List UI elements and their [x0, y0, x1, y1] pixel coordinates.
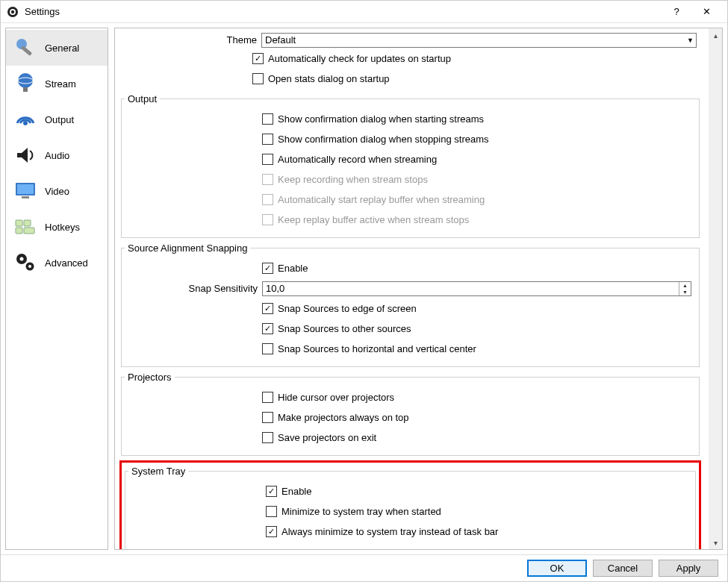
snap-sensitivity-value: 10,0 [263, 283, 679, 294]
keep-recording-checkbox [262, 174, 273, 185]
sidebar-item-general[interactable]: General [6, 30, 108, 66]
auto-replay-checkbox [262, 194, 273, 205]
tray-always-minimize-checkbox[interactable]: ✓ [266, 526, 277, 537]
settings-sidebar: General Stream Output Audio Video [5, 28, 108, 550]
spin-up-icon[interactable]: ▲ [679, 282, 691, 289]
hide-cursor-checkbox[interactable] [262, 392, 273, 403]
svg-rect-4 [21, 46, 32, 56]
sidebar-item-label: Stream [45, 78, 76, 90]
sidebar-item-label: Audio [45, 150, 69, 161]
sidebar-item-audio[interactable]: Audio [6, 137, 108, 173]
svg-rect-10 [17, 184, 34, 194]
confirm-start-label: Show confirmation dialog when starting s… [278, 113, 484, 125]
sidebar-item-label: Advanced [45, 257, 88, 269]
sidebar-item-label: Output [45, 114, 74, 125]
auto-record-label: Automatically record when streaming [278, 154, 437, 165]
keep-recording-label: Keep recording when stream stops [278, 174, 428, 185]
speaker-icon [10, 140, 40, 170]
keep-replay-label: Keep replay buffer active when stream st… [278, 214, 469, 225]
open-stats-label: Open stats dialog on startup [268, 73, 390, 84]
snap-enable-checkbox[interactable]: ✓ [262, 263, 273, 274]
snap-sensitivity-input[interactable]: 10,0 ▲▼ [262, 281, 691, 296]
sidebar-item-stream[interactable]: Stream [6, 66, 108, 101]
output-group: Output Show confirmation dialog when sta… [121, 93, 700, 238]
keyboard-icon [10, 212, 40, 242]
save-projectors-label: Save projectors on exit [278, 432, 376, 443]
wrench-icon [10, 33, 40, 63]
snap-sensitivity-label: Snap Sensitivity [125, 283, 262, 294]
svg-point-2 [11, 10, 14, 13]
svg-point-8 [23, 121, 28, 125]
tray-enable-label: Enable [281, 486, 311, 497]
svg-rect-15 [24, 228, 34, 234]
sidebar-item-label: Video [45, 186, 69, 197]
theme-select[interactable]: Default ▼ [261, 33, 697, 48]
snap-edge-checkbox[interactable]: ✓ [262, 303, 273, 314]
svg-rect-13 [24, 220, 31, 226]
sidebar-item-hotkeys[interactable]: Hotkeys [6, 209, 108, 245]
tray-minimize-start-label: Minimize to system tray when started [281, 506, 441, 517]
projectors-legend: Projectors [125, 372, 175, 383]
sidebar-item-video[interactable]: Video [6, 173, 108, 209]
monitor-icon [10, 176, 40, 206]
sidebar-item-output[interactable]: Output [6, 101, 108, 137]
tray-minimize-start-checkbox[interactable] [266, 506, 277, 517]
globe-icon [10, 69, 40, 98]
tray-always-minimize-label: Always minimize to system tray instead o… [281, 526, 498, 537]
sidebar-item-advanced[interactable]: Advanced [6, 245, 108, 281]
sidebar-item-label: Hotkeys [45, 222, 80, 233]
confirm-start-checkbox[interactable] [262, 113, 273, 125]
broadcast-icon [10, 104, 40, 134]
theme-label: Theme [115, 34, 261, 46]
auto-record-checkbox[interactable] [262, 154, 273, 165]
snapping-legend: Source Alignment Snapping [125, 242, 250, 254]
snapping-group: Source Alignment Snapping ✓ Enable Snap … [121, 242, 700, 367]
confirm-stop-label: Show confirmation dialog when stopping s… [278, 134, 489, 145]
hide-cursor-label: Hide cursor over projectors [278, 392, 394, 403]
svg-rect-11 [22, 196, 29, 198]
open-stats-checkbox[interactable] [252, 73, 264, 84]
snap-other-label: Snap Sources to other sources [278, 323, 411, 334]
snap-center-checkbox[interactable] [262, 343, 273, 354]
help-button[interactable]: ? [662, 1, 691, 22]
on-top-label: Make projectors always on top [278, 412, 409, 423]
confirm-stop-checkbox[interactable] [262, 134, 273, 145]
auto-replay-label: Automatically start replay buffer when s… [278, 194, 485, 205]
svg-rect-12 [16, 220, 22, 226]
dialog-button-bar: OK Cancel Apply [1, 554, 727, 581]
svg-rect-7 [23, 87, 28, 92]
snap-enable-label: Enable [278, 263, 308, 274]
save-projectors-checkbox[interactable] [262, 432, 273, 443]
projectors-group: Projectors Hide cursor over projectors M… [121, 372, 700, 456]
close-button[interactable]: ✕ [691, 1, 721, 22]
spin-down-icon[interactable]: ▼ [679, 289, 691, 295]
snap-other-checkbox[interactable]: ✓ [262, 323, 273, 334]
on-top-checkbox[interactable] [262, 412, 273, 423]
svg-point-19 [28, 265, 31, 268]
sidebar-item-label: General [45, 43, 79, 54]
theme-value: Default [265, 34, 296, 46]
vertical-scrollbar[interactable]: ▴ ▾ [709, 28, 722, 549]
system-tray-legend: System Tray [128, 466, 188, 477]
tray-enable-checkbox[interactable]: ✓ [266, 486, 277, 497]
window-title: Settings [25, 6, 60, 17]
ok-button[interactable]: OK [527, 560, 587, 577]
output-legend: Output [125, 93, 160, 104]
keep-replay-checkbox [262, 214, 273, 225]
system-tray-group: System Tray ✓ Enable Minimize to system … [125, 466, 696, 549]
system-tray-highlight: System Tray ✓ Enable Minimize to system … [119, 460, 701, 549]
settings-panel: Theme Default ▼ ✓ Automatically check fo… [114, 28, 723, 550]
titlebar: Settings ? ✕ [1, 1, 727, 23]
app-logo-icon [7, 6, 19, 18]
scroll-up-icon[interactable]: ▴ [709, 28, 722, 42]
snap-edge-label: Snap Sources to edge of screen [278, 303, 417, 314]
scroll-down-icon[interactable]: ▾ [709, 536, 722, 549]
svg-point-17 [20, 257, 24, 261]
apply-button[interactable]: Apply [659, 560, 718, 577]
svg-rect-14 [16, 228, 22, 234]
cancel-button[interactable]: Cancel [593, 560, 653, 577]
gears-icon [10, 248, 40, 278]
auto-update-checkbox[interactable]: ✓ [252, 53, 264, 64]
chevron-down-icon: ▼ [687, 37, 694, 44]
auto-update-label: Automatically check for updates on start… [268, 53, 451, 64]
